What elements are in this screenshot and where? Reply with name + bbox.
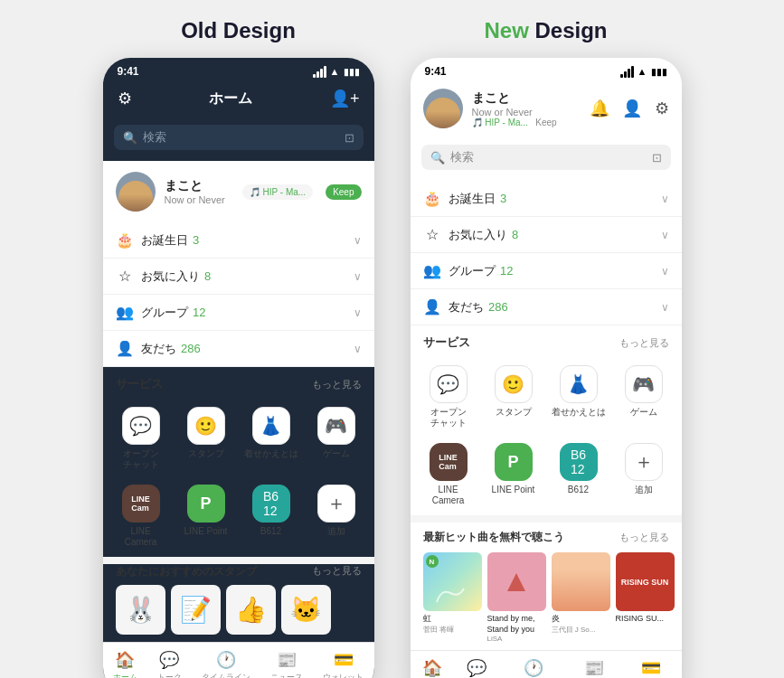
old-keep-badge[interactable]: Keep [326, 184, 361, 200]
service-stamps[interactable]: 🙂 スタンプ [483, 360, 544, 434]
old-search-bar[interactable]: 🔍 検索 ⊡ [114, 125, 364, 150]
old-wifi-icon: ▲ [330, 66, 340, 77]
old-signal-icon [313, 66, 326, 78]
old-stamps-more[interactable]: もっと見る [312, 564, 362, 579]
new-nav-home[interactable]: 🏠 ホーム [420, 658, 445, 678]
nav-wallet-label: ウォレット [323, 672, 364, 678]
stamp-item[interactable]: 📝 [171, 585, 221, 635]
service-label: オープンチャット [430, 407, 467, 428]
list-item[interactable]: 🎂 お誕生日 3 ∨ [411, 181, 682, 217]
service-point[interactable]: P LINE Point [175, 479, 237, 553]
old-music-badge[interactable]: 🎵 HIP - Ma... [242, 184, 313, 200]
nav-home[interactable]: 🏠 ホーム [113, 650, 137, 678]
divider [411, 515, 682, 523]
new-signal-icon [620, 66, 634, 78]
song-card[interactable]: Stand by me, Stand by you LiSA [487, 552, 546, 643]
new-search-expand-icon[interactable]: ⊡ [652, 151, 662, 165]
new-list: 🎂 お誕生日 3 ∨ ☆ お気に入り 8 ∨ 👥 グループ 12 ∨ 👤 友だち… [411, 181, 682, 325]
stamp-item[interactable]: 👍 [226, 585, 276, 635]
news-icon: 📰 [277, 650, 297, 670]
list-item-label: お誕生日 3 [141, 232, 346, 249]
new-songs-more[interactable]: もっと見る [619, 531, 669, 544]
chevron-icon: ∨ [354, 343, 362, 355]
old-phone: 9:41 ▲ ▮▮▮ ⚙ ホーム 👤+ [103, 58, 374, 678]
service-stamps[interactable]: 🙂 スタンプ [175, 401, 237, 476]
new-bell-icon[interactable]: 🔔 [590, 99, 609, 118]
service-label: 追加 [635, 485, 653, 495]
list-item[interactable]: 👤 友だち 286 ∨ [411, 289, 682, 325]
service-icon: 👗 [560, 365, 598, 403]
list-item[interactable]: 👥 グループ 12 ∨ [411, 253, 682, 289]
list-item[interactable]: 👤 友だち 286 ∨ [103, 331, 374, 367]
nav-news-label: ニュース [270, 672, 303, 678]
new-nav-timeline[interactable]: 🕐 タイムライン [509, 658, 558, 678]
new-services-grid: 💬 オープンチャット 🙂 スタンプ 👗 着せかえとは 🎮 ゲーム LINECam [411, 356, 682, 515]
service-theme[interactable]: 👗 着せかえとは [548, 360, 609, 434]
list-item-label: グループ 12 [449, 263, 654, 279]
old-app-header: ⚙ ホーム 👤+ [103, 81, 374, 116]
chevron-icon: ∨ [354, 234, 362, 247]
nav-talk[interactable]: 💬 トーク [157, 650, 182, 678]
birthday-icon: 🎂 [116, 231, 134, 249]
service-open-chat[interactable]: 💬 オープンチャット [110, 401, 172, 476]
service-label: ゲーム [323, 448, 350, 459]
list-item[interactable]: 👥 グループ 12 ∨ [103, 295, 374, 331]
nav-timeline[interactable]: 🕐 タイムライン [202, 650, 250, 678]
old-services-header: サービス もっと見る [103, 367, 374, 398]
new-add-friend-icon[interactable]: 👤 [622, 99, 642, 118]
nav-wallet[interactable]: 💳 ウォレット [323, 650, 364, 678]
old-services-more[interactable]: もっと見る [312, 378, 362, 391]
list-item[interactable]: 🎂 お誕生日 3 ∨ [103, 222, 374, 259]
old-services-grid: 💬 オープンチャット 🙂 スタンプ 👗 着せかえとは 🎮 ゲーム LINECam [103, 398, 374, 557]
home-icon: 🏠 [422, 658, 442, 678]
stamp-item[interactable]: 🐰 [116, 585, 165, 635]
service-open-chat[interactable]: 💬 オープンチャット [418, 360, 479, 434]
new-nav-wallet[interactable]: 💳 ウォレット [630, 658, 671, 678]
new-music-label: 🎵 HIP - Ma... Keep [472, 118, 581, 127]
old-design-column: Old Design 9:41 ▲ ▮▮▮ ⚙ [103, 18, 374, 678]
service-add[interactable]: ＋ 追加 [613, 438, 675, 512]
song-card[interactable]: RISING SUN RISING SU... [616, 552, 675, 643]
new-services-more[interactable]: もっと見る [619, 336, 669, 350]
new-battery-icon: ▮▮▮ [651, 67, 667, 77]
old-add-friend-icon[interactable]: 👤+ [330, 89, 360, 108]
nav-news[interactable]: 📰 ニュース [270, 650, 303, 678]
new-search-bar[interactable]: 🔍 検索 ⊡ [421, 145, 671, 170]
service-label: 追加 [327, 526, 345, 537]
old-design-title: Old Design [181, 18, 296, 43]
favorite-icon: ☆ [423, 226, 441, 243]
service-label: オープンチャット [123, 448, 159, 470]
old-profile-info: まこと Now or Never [165, 178, 225, 205]
talk-icon: 💬 [467, 658, 486, 678]
new-nav-talk[interactable]: 💬 トーク [465, 658, 489, 678]
service-point[interactable]: P LINE Point [483, 438, 544, 512]
service-add[interactable]: ＋ 追加 [306, 479, 367, 553]
new-phone: 9:41 ▲ ▮▮▮ まこと [411, 58, 682, 678]
service-theme[interactable]: 👗 着せかえとは [241, 401, 302, 476]
new-bottom-nav: 🏠 ホーム 💬 トーク 🕐 タイムライン 📰 ニュース 💳 ウォレ [411, 650, 682, 678]
list-item[interactable]: ☆ お気に入り 8 ∨ [103, 259, 374, 295]
old-settings-icon[interactable]: ⚙ [118, 89, 132, 108]
service-b612[interactable]: B612 B612 [548, 438, 609, 512]
service-b612[interactable]: B612 B612 [241, 479, 302, 553]
new-profile-name: まこと [472, 90, 581, 107]
nav-home-label: ホーム [113, 672, 137, 678]
service-icon-add: ＋ [317, 485, 355, 523]
service-games[interactable]: 🎮 ゲーム [613, 360, 675, 434]
friends-icon: 👤 [423, 298, 441, 315]
new-nav-news[interactable]: 📰 ニュース [578, 658, 610, 678]
service-camera[interactable]: LINECam LINECamera [418, 438, 479, 512]
song-card[interactable]: 炎 三代目 J So... [552, 552, 610, 643]
chevron-icon: ∨ [661, 265, 669, 278]
new-search-placeholder: 検索 [450, 149, 474, 165]
service-camera[interactable]: LINECam LINECamera [110, 479, 172, 553]
new-songs-header: 最新ヒット曲を無料で聴こう もっと見る [411, 523, 682, 549]
old-search-expand-icon[interactable]: ⊡ [345, 131, 354, 145]
chevron-icon: ∨ [661, 301, 669, 314]
stamp-item[interactable]: 🐱 [281, 585, 331, 635]
service-games[interactable]: 🎮 ゲーム [306, 401, 367, 476]
list-item[interactable]: ☆ お気に入り 8 ∨ [411, 217, 682, 253]
new-settings-icon[interactable]: ⚙ [655, 99, 669, 118]
song-card[interactable]: N 虹 菅田 将暉 [423, 552, 482, 643]
service-icon: 👗 [252, 407, 290, 445]
